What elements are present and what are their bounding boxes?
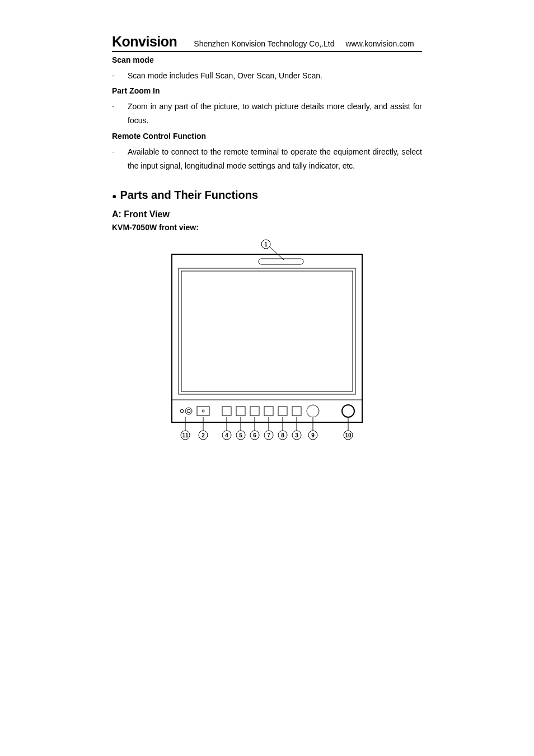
main-heading-text: Parts and Their Functions	[120, 189, 258, 201]
svg-rect-5	[181, 271, 353, 391]
callout-7: 7	[267, 432, 270, 438]
scan-mode-item: - Scan mode includes Full Scan, Over Sca…	[112, 69, 422, 83]
callout-8: 8	[281, 432, 284, 438]
bullet-dash-icon: -	[112, 145, 128, 173]
callout-9: 9	[311, 432, 315, 438]
model-label: KVM-7050W front view:	[112, 223, 422, 232]
svg-rect-15	[264, 407, 273, 416]
brand-logo: Konvision	[112, 34, 177, 50]
svg-point-7	[180, 409, 184, 413]
bullet-dash-icon: -	[112, 100, 128, 128]
svg-rect-4	[179, 268, 355, 394]
svg-point-18	[307, 405, 319, 417]
front-view-diagram: 1	[112, 237, 422, 456]
bullet-dash-icon: -	[112, 69, 128, 83]
callout-2: 2	[202, 432, 205, 438]
svg-line-1	[270, 247, 284, 260]
callout-row: 11 2 4 5 6 7 8 3 9 10	[181, 431, 353, 440]
remote-item: - Available to connect to the remote ter…	[112, 145, 422, 173]
callout-5: 5	[239, 432, 242, 438]
zoom-text: Zoom in any part of the picture, to watc…	[128, 100, 422, 128]
zoom-item: - Zoom in any part of the picture, to wa…	[112, 100, 422, 128]
callout-10: 10	[345, 432, 352, 438]
callout-3: 3	[295, 432, 298, 438]
callout-11: 11	[182, 432, 189, 438]
svg-rect-3	[259, 259, 303, 264]
svg-rect-10	[197, 407, 209, 416]
svg-point-9	[187, 409, 190, 413]
svg-point-8	[185, 408, 192, 414]
svg-rect-13	[236, 407, 245, 416]
svg-point-11	[202, 410, 204, 412]
remote-text: Available to connect to the remote termi…	[128, 145, 422, 173]
svg-rect-14	[250, 407, 259, 416]
callout-4: 4	[225, 432, 228, 438]
zoom-title: Part Zoom In	[112, 86, 422, 95]
svg-point-19	[342, 405, 354, 417]
sub-heading: A: Front View	[112, 209, 422, 220]
main-heading: ●Parts and Their Functions	[112, 189, 422, 202]
scan-mode-title: Scan mode	[112, 55, 422, 64]
callout-1: 1	[264, 241, 268, 247]
remote-title: Remote Control Function	[112, 132, 422, 141]
svg-rect-16	[278, 407, 287, 416]
svg-rect-12	[222, 407, 231, 416]
svg-rect-2	[172, 254, 362, 422]
callout-6: 6	[253, 432, 256, 438]
page-header: Konvision Shenzhen Konvision Technology …	[112, 34, 422, 52]
scan-mode-text: Scan mode includes Full Scan, Over Scan,…	[128, 69, 422, 83]
header-company: Shenzhen Konvision Technology Co,.Ltd	[194, 39, 334, 48]
svg-rect-17	[292, 407, 301, 416]
bullet-dot-icon: ●	[112, 192, 116, 200]
header-url: www.konvision.com	[345, 39, 414, 48]
